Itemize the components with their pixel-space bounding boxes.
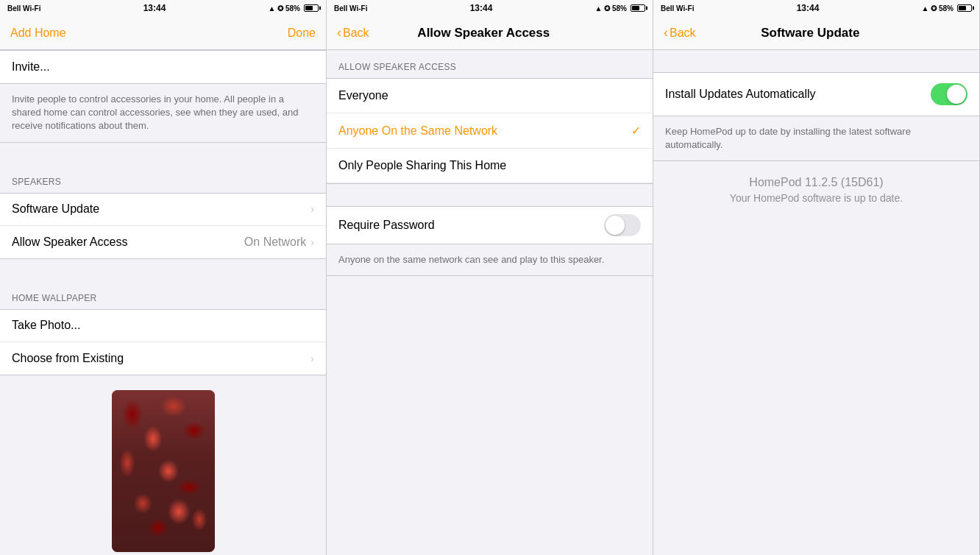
time-1: 13:44 xyxy=(143,3,166,13)
invite-section: Invite... xyxy=(0,50,326,84)
nav-title-3: Software Update xyxy=(696,26,925,40)
wallpaper-leaves xyxy=(112,390,215,552)
software-update-cell[interactable]: Software Update › xyxy=(0,194,326,226)
auto-update-label: Install Updates Automatically xyxy=(665,88,931,101)
speaker-access-value: On Network xyxy=(244,236,306,249)
choose-existing-cell[interactable]: Choose from Existing › xyxy=(0,342,326,375)
take-photo-label: Take Photo... xyxy=(12,319,314,332)
nav-bar-1: Add Home Done xyxy=(0,16,326,50)
invite-label: Invite... xyxy=(12,60,314,74)
option-everyone-label: Everyone xyxy=(338,89,641,102)
status-bar-1: Bell Wi-Fi 13:44 ▲ ✪ 58% xyxy=(0,0,326,16)
status-icons-2: ▲ ✪ 58% xyxy=(595,4,645,13)
panel1-content: Invite... Invite people to control acces… xyxy=(0,50,326,555)
choose-existing-label: Choose from Existing xyxy=(12,352,310,365)
wallpaper-header: HOME WALLPAPER xyxy=(0,281,326,309)
auto-update-thumb xyxy=(947,85,966,104)
nav-bar-2: ‹ Back Allow Speaker Access xyxy=(327,16,653,50)
allow-speaker-label: Allow Speaker Access xyxy=(12,236,244,249)
require-password-row: Require Password xyxy=(327,206,653,244)
toggle-thumb xyxy=(606,216,625,235)
option-network-label: Anyone On the Same Network xyxy=(338,124,631,138)
invite-description: Invite people to control accessories in … xyxy=(0,84,326,143)
status-icons-3: ▲ ✪ 58% xyxy=(922,4,972,13)
require-password-toggle[interactable] xyxy=(604,214,641,236)
status-bar-2: Bell Wi-Fi 13:44 ▲ ✪ 58% xyxy=(327,0,653,16)
wallpaper-section: Take Photo... Choose from Existing › xyxy=(0,309,326,375)
speaker-access-description: Anyone on the same network can see and p… xyxy=(327,244,653,276)
back-button-3[interactable]: ‹ Back xyxy=(664,25,696,40)
add-home-button[interactable]: Add Home xyxy=(10,26,66,40)
allow-speaker-access-cell[interactable]: Allow Speaker Access On Network › xyxy=(0,226,326,258)
panel-software-update: Bell Wi-Fi 13:44 ▲ ✪ 58% ‹ Back Software… xyxy=(653,0,980,555)
chevron-icon-2: › xyxy=(310,236,314,248)
option-everyone[interactable]: Everyone xyxy=(327,79,653,113)
status-bar-3: Bell Wi-Fi 13:44 ▲ ✪ 58% xyxy=(653,0,979,16)
back-label-3: Back xyxy=(670,26,696,40)
time-2: 13:44 xyxy=(470,3,493,13)
carrier-2: Bell Wi-Fi xyxy=(334,4,367,13)
panel2-content: ALLOW SPEAKER ACCESS Everyone Anyone On … xyxy=(327,50,653,555)
auto-update-row: Install Updates Automatically xyxy=(653,72,979,116)
done-button[interactable]: Done xyxy=(271,26,316,40)
time-3: 13:44 xyxy=(797,3,820,13)
version-status: Your HomePod software is up to date. xyxy=(665,192,967,204)
speakers-header: SPEAKERS xyxy=(0,165,326,193)
nav-bar-3: ‹ Back Software Update xyxy=(653,16,979,50)
require-password-label: Require Password xyxy=(338,219,604,232)
speakers-section: Software Update › Allow Speaker Access O… xyxy=(0,193,326,259)
panel3-content: Install Updates Automatically Keep HomeP… xyxy=(653,50,979,555)
auto-update-toggle[interactable] xyxy=(931,83,967,105)
carrier-3: Bell Wi-Fi xyxy=(661,4,694,13)
panel-allow-speaker-access: Bell Wi-Fi 13:44 ▲ ✪ 58% ‹ Back Allow Sp… xyxy=(327,0,653,555)
wallpaper-preview xyxy=(112,390,215,552)
back-button-2[interactable]: ‹ Back xyxy=(337,25,369,40)
chevron-icon-3: › xyxy=(310,353,314,364)
nav-title-2: Allow Speaker Access xyxy=(369,26,598,40)
take-photo-cell[interactable]: Take Photo... xyxy=(0,310,326,342)
option-sharing-home[interactable]: Only People Sharing This Home xyxy=(327,149,653,183)
chevron-icon-1: › xyxy=(310,203,314,215)
back-label-2: Back xyxy=(343,26,369,40)
invite-cell[interactable]: Invite... xyxy=(0,51,326,83)
update-description: Keep HomePod up to date by installing th… xyxy=(653,116,979,161)
status-icons-1: ▲ ✪ 58% xyxy=(269,4,319,13)
panel-home-settings: Bell Wi-Fi 13:44 ▲ ✪ 58% Add Home Done I… xyxy=(0,0,327,555)
carrier-1: Bell Wi-Fi xyxy=(7,4,40,13)
software-update-label: Software Update xyxy=(12,202,310,216)
access-options-section: Everyone Anyone On the Same Network ✓ On… xyxy=(327,78,653,184)
back-chevron-2: ‹ xyxy=(337,25,341,40)
option-sharing-label: Only People Sharing This Home xyxy=(338,159,641,172)
version-number: HomePod 11.2.5 (15D61) xyxy=(665,176,967,189)
option-same-network[interactable]: Anyone On the Same Network ✓ xyxy=(327,113,653,149)
back-chevron-3: ‹ xyxy=(664,25,668,40)
checkmark-icon: ✓ xyxy=(631,124,641,138)
allow-access-header: ALLOW SPEAKER ACCESS xyxy=(327,50,653,78)
version-block: HomePod 11.2.5 (15D61) Your HomePod soft… xyxy=(653,161,979,219)
